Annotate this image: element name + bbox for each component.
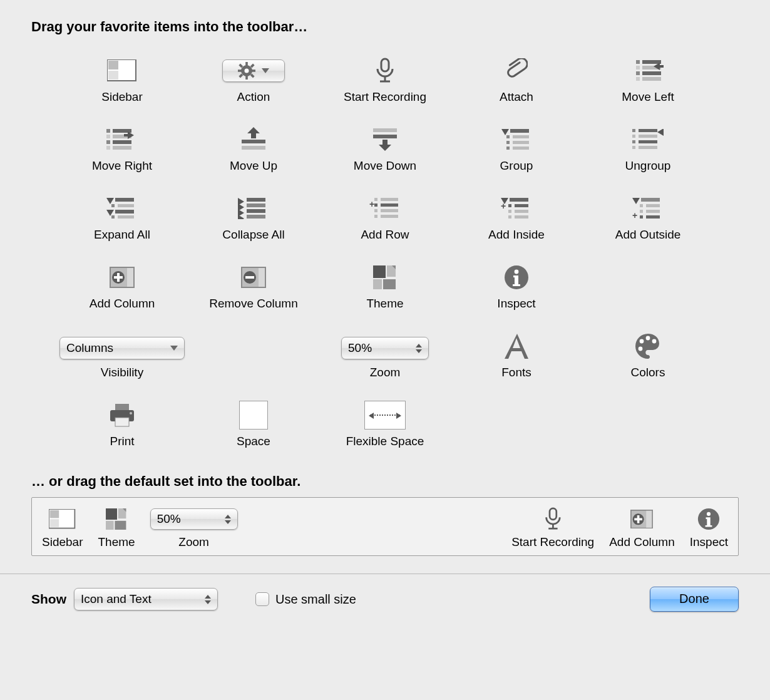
- toolbar-item-start-recording[interactable]: Start Recording: [319, 54, 451, 104]
- microphone-icon: [375, 56, 395, 85]
- label: Visibility: [101, 366, 143, 379]
- gear-icon: [238, 62, 255, 80]
- toolbar-item-add-column[interactable]: Add Column: [56, 260, 188, 311]
- toolbar-item-zoom[interactable]: 50% Zoom: [319, 329, 451, 379]
- svg-rect-57: [506, 141, 510, 144]
- label: Inspect: [690, 535, 728, 549]
- label: Theme: [98, 535, 135, 549]
- label: Move Down: [354, 159, 416, 173]
- svg-rect-71: [118, 204, 134, 207]
- flexible-space-icon: [364, 401, 406, 430]
- toolbar-item-colors[interactable]: Colors: [582, 329, 714, 379]
- svg-text:+: +: [369, 199, 374, 209]
- default-item-sidebar[interactable]: Sidebar: [42, 507, 83, 549]
- svg-rect-63: [632, 135, 635, 138]
- toolbar-item-visibility[interactable]: Columns Visibility: [56, 329, 188, 379]
- svg-text:+: +: [632, 210, 637, 219]
- default-item-add-column[interactable]: Add Column: [609, 507, 675, 549]
- svg-rect-99: [640, 210, 643, 213]
- label: Move Left: [622, 90, 674, 104]
- toolbar-item-space[interactable]: Space: [188, 398, 319, 448]
- toolbar-item-move-up[interactable]: Move Up: [188, 123, 319, 173]
- svg-rect-85: [381, 209, 398, 212]
- toolbar-item-flexible-space[interactable]: Flexible Space: [319, 398, 451, 448]
- label: Action: [237, 90, 270, 104]
- toolbar-item-print[interactable]: Print: [56, 398, 188, 448]
- visibility-popup[interactable]: Columns: [59, 337, 185, 359]
- svg-rect-78: [247, 215, 265, 219]
- action-button[interactable]: [222, 56, 285, 85]
- use-small-size-checkbox[interactable]: Use small size: [255, 592, 356, 607]
- default-item-start-recording[interactable]: Start Recording: [511, 507, 594, 549]
- label: Add Outside: [615, 228, 681, 242]
- add-column-icon: [630, 507, 653, 532]
- chevron-down-icon: [225, 520, 231, 524]
- default-item-theme[interactable]: Theme: [98, 507, 135, 549]
- svg-rect-86: [374, 215, 377, 218]
- toolbar-item-collapse-all[interactable]: Collapse All: [188, 192, 319, 242]
- toolbar-item-add-inside[interactable]: + Add Inside: [451, 192, 582, 242]
- chevron-down-icon: [205, 600, 211, 604]
- label: Add Column: [90, 297, 155, 311]
- label: Attach: [500, 90, 533, 104]
- svg-rect-90: [508, 204, 511, 207]
- label: Colors: [631, 366, 665, 379]
- svg-rect-80: [381, 198, 398, 201]
- toolbar-item-group[interactable]: Group: [451, 123, 582, 173]
- toolbar-item-move-right[interactable]: Move Right: [56, 123, 188, 173]
- default-item-inspect[interactable]: Inspect: [690, 507, 728, 549]
- remove-column-icon: [241, 263, 266, 292]
- toolbar-item-move-left[interactable]: Move Left: [582, 54, 714, 104]
- toolbar-item-sidebar[interactable]: Sidebar: [56, 54, 188, 104]
- svg-rect-75: [247, 198, 265, 202]
- microphone-icon: [544, 507, 562, 532]
- label: Start Recording: [511, 535, 594, 549]
- toolbar-item-attach[interactable]: Attach: [451, 54, 582, 104]
- toolbar-item-inspect[interactable]: Inspect: [451, 260, 582, 311]
- label: Add Column: [609, 535, 675, 549]
- toolbar-item-fonts[interactable]: Fonts: [451, 329, 582, 379]
- toolbar-item-add-outside[interactable]: + Add Outside: [582, 192, 714, 242]
- toolbar-item-remove-column[interactable]: Remove Column: [188, 260, 319, 311]
- label: Move Up: [230, 159, 277, 173]
- label: Start Recording: [344, 90, 426, 104]
- toolbar-item-move-down[interactable]: Move Down: [319, 123, 451, 173]
- svg-rect-96: [641, 198, 660, 202]
- collapse-all-icon: [238, 194, 269, 223]
- svg-rect-94: [508, 215, 511, 219]
- toolbar-item-ungroup[interactable]: Ungroup: [582, 123, 714, 173]
- zoom-value: 50%: [348, 341, 372, 355]
- svg-rect-62: [639, 129, 657, 132]
- zoom-combobox[interactable]: 50%: [150, 508, 238, 530]
- default-item-zoom[interactable]: 50% Zoom: [150, 507, 238, 549]
- move-right-icon: [106, 125, 138, 154]
- svg-rect-98: [646, 204, 660, 207]
- svg-rect-73: [111, 215, 115, 219]
- add-row-icon: +: [369, 194, 401, 223]
- toolbar-item-action[interactable]: Action: [188, 54, 319, 104]
- group-icon: [501, 125, 531, 154]
- show-mode-popup[interactable]: Icon and Text: [74, 588, 218, 610]
- visibility-value: Columns: [66, 341, 113, 355]
- svg-rect-56: [513, 135, 529, 138]
- zoom-combobox[interactable]: 50%: [341, 337, 429, 359]
- svg-rect-66: [639, 140, 657, 143]
- checkbox-box[interactable]: [255, 592, 269, 606]
- done-button[interactable]: Done: [650, 587, 739, 612]
- toolbar-item-expand-all[interactable]: Expand All: [56, 192, 188, 242]
- label: Print: [110, 435, 134, 448]
- add-outside-icon: +: [632, 194, 664, 223]
- move-down-icon: [371, 125, 399, 154]
- add-inside-icon: +: [501, 194, 532, 223]
- toolbar-item-theme[interactable]: Theme: [319, 260, 451, 311]
- default-toolbar-set[interactable]: Sidebar Theme 50% Zoom Start Recording: [31, 497, 739, 556]
- svg-rect-79: [374, 198, 377, 201]
- label: Remove Column: [209, 297, 298, 311]
- svg-rect-67: [632, 146, 635, 149]
- svg-rect-52: [373, 128, 397, 132]
- label: Sidebar: [101, 90, 143, 104]
- label: Ungroup: [625, 159, 671, 173]
- chevron-up-icon: [416, 344, 422, 347]
- show-label: Show: [31, 592, 66, 607]
- toolbar-item-add-row[interactable]: + Add Row: [319, 192, 451, 242]
